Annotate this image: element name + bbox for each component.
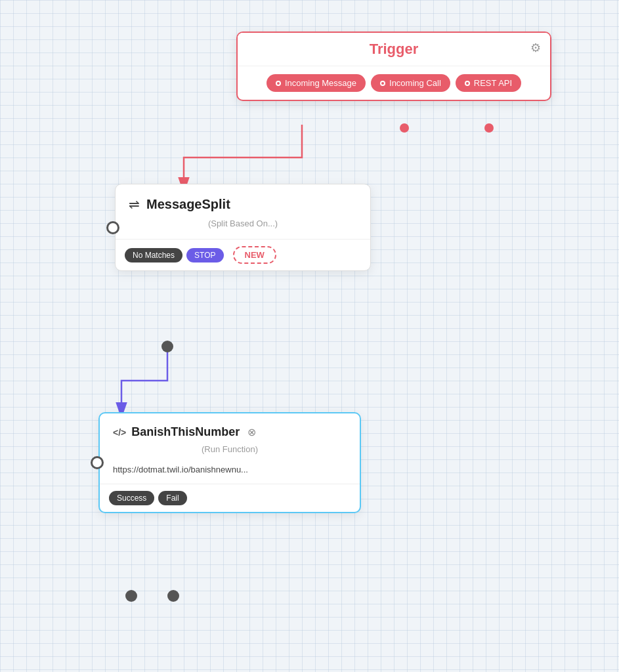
banish-node: </> BanishThisNumber ⊗ (Run Function) ht…: [98, 412, 361, 513]
trigger-buttons: Incoming Message Incoming Call REST API: [238, 66, 550, 100]
gear-icon[interactable]: ⚙: [530, 41, 541, 55]
close-icon[interactable]: ⊗: [247, 426, 256, 438]
svg-point-0: [400, 123, 409, 133]
no-matches-badge[interactable]: No Matches: [125, 248, 182, 262]
rest-api-label: REST API: [474, 78, 512, 88]
trigger-dot-icon: [276, 81, 281, 86]
rest-api-button[interactable]: REST API: [456, 74, 521, 92]
banish-header: </> BanishThisNumber ⊗: [100, 413, 360, 444]
incoming-call-label: Incoming Call: [389, 78, 441, 88]
code-icon: </>: [113, 427, 126, 438]
message-split-node: ⇌ MessageSplit (Split Based On...) No Ma…: [115, 184, 371, 271]
trigger-title: Trigger: [370, 41, 419, 58]
message-split-subtitle: (Split Based On...): [116, 219, 370, 239]
incoming-message-label: Incoming Message: [285, 78, 356, 88]
message-split-title: MessageSplit: [146, 197, 230, 212]
new-badge[interactable]: NEW: [233, 246, 276, 264]
banish-subtitle: (Run Function): [100, 444, 360, 459]
banish-footer: Success Fail: [100, 484, 360, 512]
svg-point-3: [167, 590, 179, 602]
svg-point-6: [161, 341, 173, 352]
trigger-dot-icon: [380, 81, 385, 86]
svg-point-1: [484, 123, 494, 133]
banish-url: https://dotmat.twil.io/banishnewnu...: [100, 459, 360, 484]
svg-point-2: [125, 590, 137, 602]
incoming-call-button[interactable]: Incoming Call: [371, 74, 450, 92]
trigger-dot-icon: [465, 81, 470, 86]
split-icon: ⇌: [129, 196, 140, 212]
node-connector-left: [106, 221, 119, 234]
trigger-header: Trigger ⚙: [238, 33, 550, 66]
message-split-header: ⇌ MessageSplit: [116, 184, 370, 219]
fail-badge[interactable]: Fail: [158, 491, 186, 505]
trigger-node: Trigger ⚙ Incoming Message Incoming Call…: [236, 32, 551, 101]
success-badge[interactable]: Success: [109, 491, 154, 505]
message-split-footer: No Matches STOP NEW: [116, 239, 370, 270]
banish-connector-left: [91, 456, 104, 469]
stop-badge[interactable]: STOP: [186, 248, 223, 262]
banish-title: BanishThisNumber: [131, 425, 240, 439]
incoming-message-button[interactable]: Incoming Message: [267, 74, 366, 92]
